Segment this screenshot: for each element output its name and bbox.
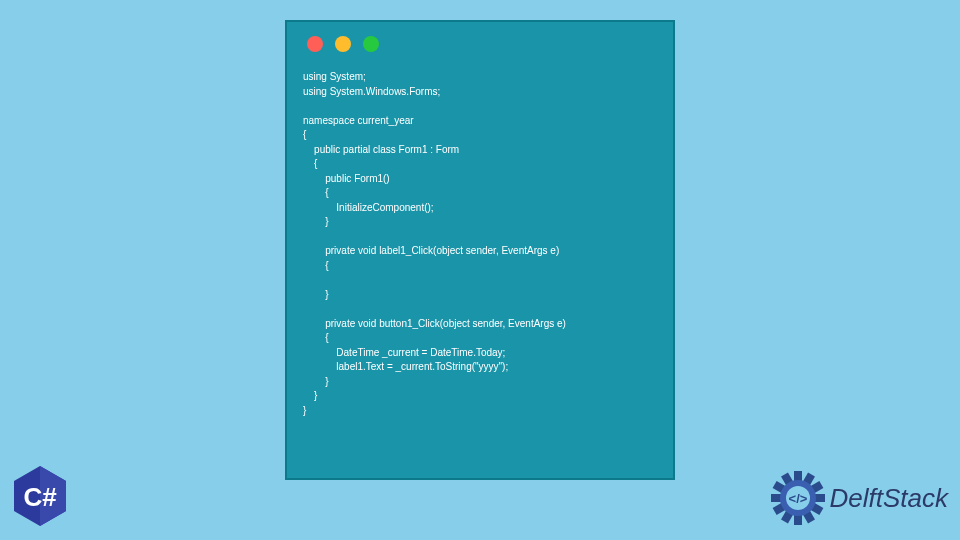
svg-text:C#: C# xyxy=(23,482,57,512)
svg-rect-3 xyxy=(794,471,802,481)
svg-rect-12 xyxy=(771,494,781,502)
code-window: using System; using System.Windows.Forms… xyxy=(285,20,675,480)
csharp-badge-icon: C# xyxy=(8,464,72,528)
delftstack-logo: </> DelftStack xyxy=(770,470,949,526)
minimize-icon xyxy=(335,36,351,52)
brand-name: DelftStack xyxy=(830,483,949,514)
gear-icon: </> xyxy=(770,470,826,526)
maximize-icon xyxy=(363,36,379,52)
close-icon xyxy=(307,36,323,52)
svg-rect-6 xyxy=(815,494,825,502)
svg-text:</>: </> xyxy=(788,491,807,506)
svg-rect-9 xyxy=(794,515,802,525)
code-content: using System; using System.Windows.Forms… xyxy=(303,70,657,418)
window-controls xyxy=(307,36,657,52)
